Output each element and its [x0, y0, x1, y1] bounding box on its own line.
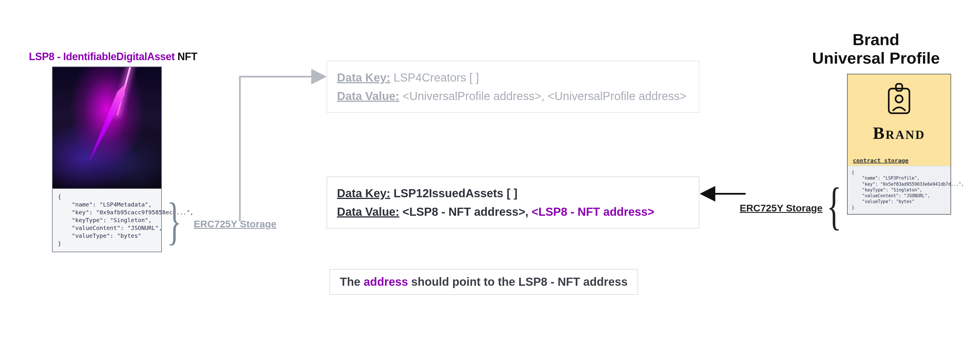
up-json-snippet: { "name": "LSP3Profile", "key": "0x5ef83…	[848, 166, 951, 214]
nft-json-snippet: { "name": "LSP4Metadata", "key": "0x9afb…	[52, 188, 161, 252]
creators-key-value: LSP4Creators [ ]	[390, 71, 479, 84]
lsp8-title-suffix: NFT	[175, 51, 197, 62]
issued-val-label: Data Value:	[337, 206, 399, 218]
note-address-word: address	[364, 275, 408, 288]
universal-profile-card: Brand contract storage { "name": "LSP3Pr…	[847, 74, 951, 215]
issued-key-label: Data Key:	[337, 187, 390, 199]
note-post: should point to the LSP8 - NFT address	[408, 275, 628, 288]
nft-image	[52, 67, 161, 188]
brand-title-line1: Brand	[801, 30, 951, 49]
creators-key-label: Data Key:	[337, 71, 390, 84]
svg-rect-0	[889, 89, 910, 113]
brace-left-icon: }	[167, 203, 182, 239]
sword-icon	[85, 83, 129, 164]
arrow-right-to-issued	[699, 185, 749, 202]
brace-right-icon: {	[827, 188, 842, 225]
lsp8-title: LSP8 - IdentifiableDigitalAsset NFT	[29, 51, 197, 63]
up-card-top: Brand	[848, 74, 951, 152]
nft-card: { "name": "LSP4Metadata", "key": "0x9afb…	[52, 67, 162, 252]
id-badge-icon	[886, 83, 912, 115]
creators-box: Data Key: LSP4Creators [ ] Data Value: <…	[326, 61, 699, 113]
brand-title-line2: Universal Profile	[801, 49, 951, 67]
note-pre: The	[340, 275, 364, 288]
svg-point-2	[896, 96, 903, 103]
svg-rect-1	[896, 84, 902, 91]
brand-word: Brand	[848, 123, 951, 143]
lsp8-title-prefix: LSP8 - IdentifiableDigitalAsset	[29, 51, 175, 62]
contract-storage-label: contract storage	[848, 152, 951, 166]
issued-val-b: <LSP8 - NFT address>	[532, 206, 655, 218]
creators-val-label: Data Value:	[337, 90, 399, 102]
erc725y-storage-label-right: ERC725Y Storage	[740, 202, 822, 214]
creators-val-value: <UniversalProfile address>, <UniversalPr…	[399, 90, 687, 102]
arrow-left-to-creators	[228, 71, 329, 224]
issued-assets-box: Data Key: LSP12IssuedAssets [ ] Data Val…	[326, 177, 699, 228]
brand-universal-profile-title: Brand Universal Profile	[801, 30, 951, 68]
issued-key-value: LSP12IssuedAssets [ ]	[390, 187, 518, 199]
issued-val-a: <LSP8 - NFT address>,	[399, 206, 532, 218]
note-box: The address should point to the LSP8 - N…	[329, 269, 638, 295]
